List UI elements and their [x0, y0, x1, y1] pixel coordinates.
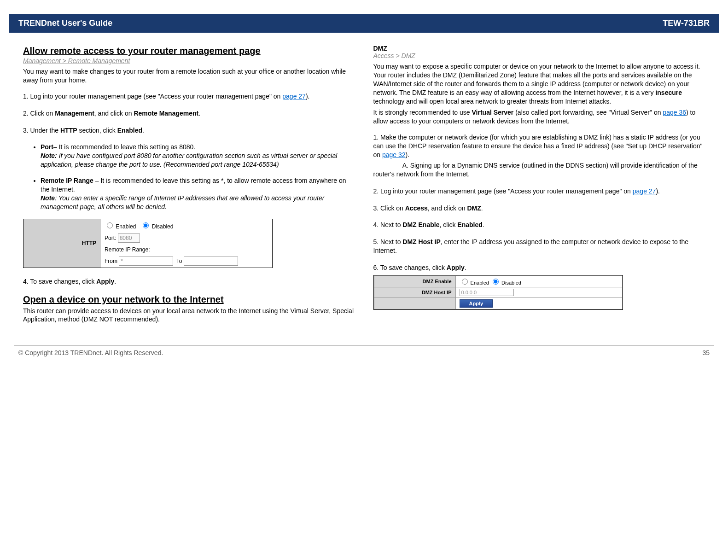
- radio-enabled-label[interactable]: Enabled: [105, 223, 136, 230]
- from-input[interactable]: [119, 257, 173, 266]
- breadcrumb-remote: Management > Remote Management: [23, 57, 355, 64]
- page-number: 35: [702, 349, 710, 356]
- breadcrumb-dmz: Access > DMZ: [373, 52, 705, 59]
- port-input[interactable]: [118, 233, 140, 243]
- link-page-27[interactable]: page 27: [282, 93, 306, 100]
- dmz-step-1: 1. Make the computer or network device (…: [373, 133, 705, 159]
- http-label: HTTP: [23, 219, 101, 268]
- to-input[interactable]: [184, 257, 238, 266]
- dmz-subhead: DMZ: [373, 45, 705, 52]
- link-page-32[interactable]: page 32: [382, 151, 406, 158]
- footer: © Copyright 2013 TRENDnet. All Rights Re…: [14, 345, 714, 366]
- dmz-host-label: DMZ Host IP: [374, 287, 455, 298]
- dmz-radio-enabled[interactable]: [462, 279, 468, 285]
- step-3: 3. Under the HTTP section, click Enabled…: [23, 126, 355, 135]
- left-column: Allow remote access to your router manag…: [23, 42, 355, 331]
- right-column: DMZ Access > DMZ You may want to expose …: [373, 42, 705, 331]
- dmz-step-5: 5. Next to DMZ Host IP, enter the IP add…: [373, 238, 705, 255]
- section-heading-open: Open a device on your network to the Int…: [23, 294, 355, 305]
- dmz-radio-disabled[interactable]: [493, 279, 499, 285]
- dmz-step-3: 3. Click on Access, and click on DMZ.: [373, 204, 705, 213]
- header-model: TEW-731BR: [663, 18, 710, 28]
- dmz-radio-enabled-label[interactable]: Enabled: [460, 280, 489, 286]
- apply-button[interactable]: Apply: [460, 299, 493, 308]
- dmz-enable-label: DMZ Enable: [374, 276, 455, 287]
- radio-disabled[interactable]: [143, 222, 149, 228]
- dmz-step-6: 6. To save changes, click Apply.: [373, 263, 705, 272]
- radio-enabled[interactable]: [107, 222, 113, 228]
- open-intro: This router can provide access to device…: [23, 307, 355, 324]
- dmz-config-panel: DMZ Enable Enabled Disabled DMZ Host IP …: [373, 275, 623, 310]
- to-label: To: [176, 258, 182, 264]
- step-4: 4. To save changes, click Apply.: [23, 277, 355, 286]
- section-heading-remote: Allow remote access to your router manag…: [23, 46, 355, 56]
- link-page-36[interactable]: page 36: [663, 109, 686, 116]
- dmz-p2: It is strongly recommended to use Virtua…: [373, 108, 705, 126]
- intro-remote: You may want to make changes to your rou…: [23, 67, 355, 85]
- header-title: TRENDnet User's Guide: [18, 18, 112, 28]
- port-label: Port:: [105, 235, 116, 241]
- dmz-step-4: 4. Next to DMZ Enable, click Enabled.: [373, 221, 705, 229]
- dmz-p1: You may want to expose a specific comput…: [373, 62, 705, 105]
- dmz-host-input[interactable]: [460, 289, 514, 296]
- bullet-remote-ip: Remote IP Range – It is recommended to l…: [41, 176, 355, 211]
- step-2: 2. Click on Management, and click on Rem…: [23, 109, 355, 118]
- dmz-step-1a: A. Signing up for a Dynamic DNS service …: [373, 161, 705, 179]
- http-config-panel: HTTP Enabled Disabled Port: Remote IP Ra…: [23, 219, 273, 268]
- step-1: 1. Log into your router management page …: [23, 92, 355, 101]
- dmz-radio-disabled-label[interactable]: Disabled: [490, 280, 521, 286]
- from-label: From: [105, 258, 117, 264]
- header-bar: TRENDnet User's Guide TEW-731BR: [9, 14, 719, 33]
- bullet-port: Port– It is recommended to leave this se…: [41, 143, 355, 169]
- copyright: © Copyright 2013 TRENDnet. All Rights Re…: [18, 349, 163, 356]
- remote-ip-range-label: Remote IP Range:: [101, 245, 272, 255]
- radio-disabled-label[interactable]: Disabled: [140, 223, 173, 230]
- dmz-step-2: 2. Log into your router management page …: [373, 187, 705, 196]
- link-page-27-b[interactable]: page 27: [633, 187, 656, 195]
